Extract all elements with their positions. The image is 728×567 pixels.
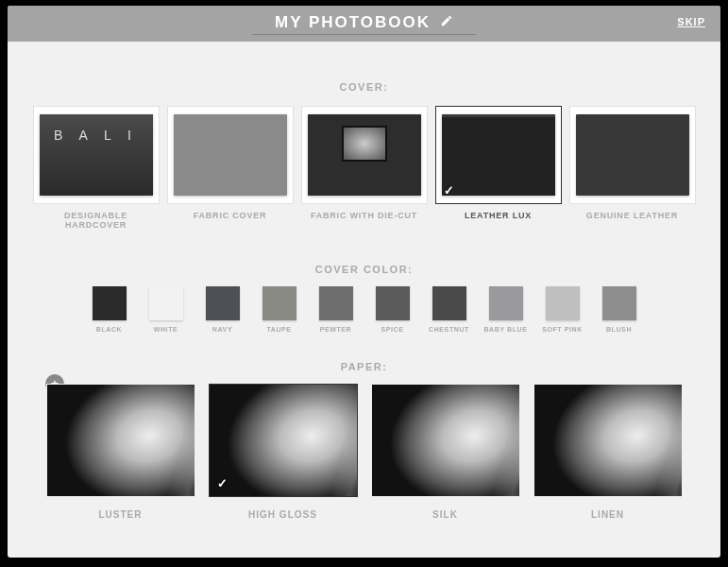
cover-thumb: ✓ (435, 106, 562, 204)
paper-image (533, 384, 683, 497)
swatch-box (93, 286, 127, 320)
cover-image (174, 114, 287, 196)
color-section-label: COVER COLOR: (8, 264, 720, 275)
color-swatch-chestnut[interactable]: CHESTNUT (427, 286, 472, 333)
cover-option-leather-lux[interactable]: ✓ LEATHER LUX (435, 106, 562, 230)
paper-image (209, 384, 358, 497)
selected-check-icon: ✓ (444, 183, 454, 198)
paper-option-high-gloss[interactable]: ✓ HIGH GLOSS (209, 384, 358, 520)
cover-image (576, 114, 689, 196)
color-swatch-baby-blue[interactable]: BABY BLUE (483, 286, 529, 333)
paper-option-luster[interactable]: LUSTER (46, 384, 195, 520)
color-swatch-blush[interactable]: BLUSH (597, 286, 642, 333)
cover-option-label: FABRIC COVER (194, 211, 267, 220)
cover-option-fabric[interactable]: FABRIC COVER (167, 106, 294, 230)
paper-thumb: ✓ (209, 384, 358, 497)
cover-section: COVER: B A L I DESIGNABLE HARDCOVER FABR… (8, 42, 720, 230)
paper-option-silk[interactable]: SILK (371, 384, 520, 520)
color-swatch-navy[interactable]: NAVY (200, 286, 245, 333)
selected-check-icon: ✓ (217, 476, 228, 490)
color-swatch-black[interactable]: BLACK (87, 286, 132, 333)
paper-option-label: LINEN (591, 509, 624, 520)
swatch-label: SOFT PINK (542, 326, 583, 333)
cover-image (442, 114, 555, 196)
swatch-box (262, 286, 296, 320)
paper-section-label: PAPER: (8, 361, 720, 372)
cover-thumb: B A L I (33, 106, 160, 204)
paper-thumb (46, 384, 195, 497)
cover-option-label: FABRIC WITH DIE-CUT (311, 211, 417, 220)
title-editable[interactable]: MY PHOTOBOOK (252, 13, 476, 35)
swatch-label: BABY BLUE (483, 326, 527, 333)
paper-option-label: SILK (432, 509, 458, 520)
swatch-box (432, 286, 466, 320)
cover-option-label: LEATHER LUX (465, 211, 532, 220)
paper-thumb (371, 384, 520, 497)
swatch-box (602, 286, 636, 320)
paper-section: PAPER: ★ LUSTER ✓ HIGH GLOSS SILK LINE (8, 361, 720, 520)
cover-image: B A L I (40, 114, 153, 196)
color-swatch-taupe[interactable]: TAUPE (257, 286, 302, 333)
swatch-box (489, 286, 523, 320)
color-row: BLACK WHITE NAVY TAUPE PEWTER SPICE CHES… (8, 286, 720, 333)
page: MY PHOTOBOOK SKIP COVER: B A L I DESIGNA… (8, 6, 720, 558)
paper-option-label: HIGH GLOSS (248, 509, 317, 520)
edit-title-icon[interactable] (440, 14, 453, 31)
cover-options-row: B A L I DESIGNABLE HARDCOVER FABRIC COVE… (8, 106, 720, 230)
swatch-label: BLACK (96, 326, 123, 333)
cover-thumb (167, 106, 294, 204)
color-swatch-spice[interactable]: SPICE (370, 286, 415, 333)
swatch-box (376, 286, 410, 320)
swatch-label: CHESTNUT (429, 326, 469, 333)
swatch-box (149, 286, 183, 320)
swatch-label: BLUSH (606, 326, 632, 333)
paper-thumb (533, 384, 683, 497)
color-swatch-pewter[interactable]: PEWTER (313, 286, 359, 333)
paper-image (371, 384, 520, 497)
paper-image (46, 384, 195, 497)
cover-option-label: DESIGNABLE HARDCOVER (33, 211, 160, 230)
swatch-label: PEWTER (320, 326, 352, 333)
page-title: MY PHOTOBOOK (275, 13, 431, 32)
swatch-label: SPICE (381, 326, 403, 333)
swatch-label: WHITE (154, 326, 178, 333)
paper-option-linen[interactable]: LINEN (533, 384, 683, 520)
swatch-label: NAVY (212, 326, 232, 333)
cover-option-label: GENUINE LEATHER (586, 211, 678, 220)
paper-row: ★ LUSTER ✓ HIGH GLOSS SILK LINEN (8, 384, 720, 520)
cover-option-genuine-leather[interactable]: GENUINE LEATHER (569, 106, 696, 230)
swatch-box (546, 286, 580, 320)
skip-link[interactable]: SKIP (677, 16, 705, 27)
cover-thumb (301, 106, 428, 204)
cover-section-label: COVER: (8, 81, 720, 93)
header-bar: MY PHOTOBOOK SKIP (8, 6, 720, 42)
swatch-box (206, 286, 240, 320)
color-section: COVER COLOR: BLACK WHITE NAVY TAUPE PEWT… (8, 264, 720, 333)
color-swatch-soft-pink[interactable]: SOFT PINK (540, 286, 585, 333)
color-swatch-white[interactable]: WHITE (144, 286, 189, 333)
cover-image (308, 114, 421, 196)
cover-option-designable-hardcover[interactable]: B A L I DESIGNABLE HARDCOVER (33, 106, 160, 230)
paper-option-label: LUSTER (99, 509, 143, 520)
swatch-label: TAUPE (266, 326, 291, 333)
swatch-box (319, 286, 353, 320)
cover-thumb (569, 106, 696, 204)
cover-option-die-cut[interactable]: FABRIC WITH DIE-CUT (301, 106, 428, 230)
